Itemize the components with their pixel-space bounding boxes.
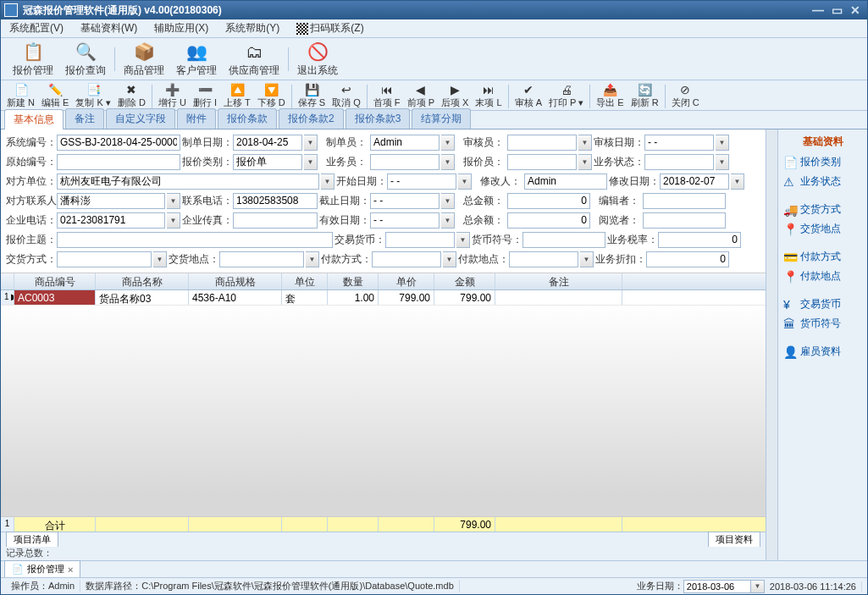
dd-validdate[interactable]: ▼ [441, 212, 455, 229]
side-item-4-0[interactable]: 👤雇员资料 [780, 342, 865, 361]
input-sysno[interactable] [57, 135, 180, 151]
action-复制[interactable]: 📑复制 K ▾ [73, 82, 113, 110]
tab-4[interactable]: 报价条款 [218, 108, 277, 129]
main-tb-0[interactable]: 📋报价管理 [8, 38, 58, 80]
action-删行[interactable]: ➖删行 I [191, 82, 219, 110]
main-tb-1[interactable]: 🔍报价查询 [60, 38, 111, 80]
dd-party[interactable]: ▼ [321, 174, 334, 190]
input-symbol[interactable] [522, 232, 605, 248]
input-currency[interactable] [385, 232, 455, 248]
action-导出[interactable]: 📤导出 E [594, 82, 626, 110]
input-createdate[interactable] [233, 135, 302, 151]
action-增行[interactable]: ➕增行 U [156, 82, 189, 110]
action-新建[interactable]: 📄新建 N [4, 82, 37, 110]
action-刷新[interactable]: 🔄刷新 R [628, 82, 661, 110]
table-row[interactable]: 1 ▶ AC0003 货品名称03 4536-A10 套 1.00 799.00… [1, 290, 766, 306]
col-remark[interactable]: 备注 [495, 273, 622, 289]
dd-paymethod[interactable]: ▼ [443, 251, 456, 267]
action-编辑[interactable]: ✏️编辑 E [39, 82, 71, 110]
cell-amount[interactable]: 799.00 [434, 290, 495, 305]
sb-bizdate-dd[interactable]: ▼ [751, 580, 765, 593]
input-payloc[interactable] [509, 251, 578, 267]
action-关闭[interactable]: ⊘关闭 C [669, 82, 702, 110]
input-auditdate[interactable] [644, 135, 714, 151]
tab-0[interactable]: 基本信息 [4, 109, 64, 129]
action-首项[interactable]: ⏮首项 F [371, 82, 403, 110]
col-code[interactable]: 商品编号 [14, 273, 96, 289]
main-tb-4[interactable]: 🗂供应商管理 [224, 38, 285, 80]
dd-modifydate[interactable]: ▼ [731, 174, 744, 190]
bottom-tab-left[interactable]: 项目清单 [6, 532, 58, 548]
cell-unit[interactable]: 套 [282, 290, 328, 305]
action-前项[interactable]: ◀前项 P [405, 82, 437, 110]
dd-createdate[interactable]: ▼ [304, 135, 318, 151]
input-corpphone[interactable] [57, 212, 165, 229]
dd-contact[interactable]: ▼ [167, 193, 180, 209]
dd-auditor[interactable]: ▼ [578, 135, 592, 151]
input-delivery[interactable] [57, 251, 152, 267]
side-item-3-1[interactable]: 🏛货币符号 [780, 314, 865, 333]
dd-auditdate[interactable]: ▼ [716, 135, 729, 151]
cell-spec[interactable]: 4536-A10 [189, 290, 282, 305]
cell-remark[interactable] [495, 290, 622, 305]
dd-corpphone[interactable]: ▼ [167, 212, 180, 229]
input-viewer[interactable] [643, 212, 726, 229]
input-editor[interactable] [643, 193, 726, 209]
side-item-3-0[interactable]: ¥交易货币 [780, 295, 865, 314]
input-validdate[interactable] [370, 212, 440, 229]
main-tb-3[interactable]: 👥客户管理 [171, 38, 222, 80]
input-salesman[interactable] [370, 154, 440, 170]
input-modifier[interactable] [524, 174, 607, 190]
input-bizstate[interactable] [644, 154, 714, 170]
col-spec[interactable]: 商品规格 [189, 273, 282, 289]
dd-quoter[interactable]: ▼ [578, 154, 592, 170]
input-origno[interactable] [57, 154, 180, 170]
side-item-0-0[interactable]: 📄报价类别 [780, 152, 865, 172]
input-auditor[interactable] [507, 135, 577, 151]
side-scrollbar[interactable] [766, 129, 777, 560]
dd-currency[interactable]: ▼ [456, 232, 470, 248]
action-审核[interactable]: ✔审核 A [512, 82, 545, 110]
col-name[interactable]: 商品名称 [96, 273, 189, 289]
action-末项[interactable]: ⏭末项 L [473, 82, 504, 110]
input-quoter[interactable] [507, 154, 577, 170]
menu-basedata[interactable]: 基础资料(W) [75, 19, 142, 37]
input-creator[interactable] [370, 135, 440, 151]
main-tb-5[interactable]: 🚫退出系统 [292, 38, 343, 80]
action-保存[interactable]: 💾保存 S [296, 82, 328, 110]
col-unit[interactable]: 单位 [282, 273, 328, 289]
sb-bizdate-input[interactable] [683, 580, 751, 593]
doc-tab-close-icon[interactable]: × [68, 565, 73, 575]
cell-price[interactable]: 799.00 [379, 290, 434, 305]
cell-name[interactable]: 货品名称03 [96, 290, 189, 305]
dd-delivery[interactable]: ▼ [153, 251, 167, 267]
tab-5[interactable]: 报价条款2 [279, 108, 344, 129]
input-contact[interactable] [57, 193, 165, 209]
input-paymethod[interactable] [372, 251, 441, 267]
doc-tab-quote[interactable]: 📄 报价管理 × [4, 560, 80, 578]
action-打印[interactable]: 🖨打印 P ▾ [546, 82, 586, 110]
tab-7[interactable]: 结算分期 [412, 108, 471, 129]
input-subject[interactable] [57, 232, 333, 248]
action-删除[interactable]: ✖删除 D [115, 82, 148, 110]
side-item-2-1[interactable]: 📍付款地点 [780, 267, 865, 286]
dd-enddate[interactable]: ▼ [441, 193, 455, 209]
side-item-0-1[interactable]: ⚠业务状态 [780, 172, 865, 191]
input-startdate[interactable] [387, 174, 456, 190]
menu-help[interactable]: 系统帮助(Y) [220, 19, 285, 37]
bottom-tab-right[interactable]: 项目资料 [708, 532, 760, 548]
col-qty[interactable]: 数量 [328, 273, 379, 289]
dd-startdate[interactable]: ▼ [458, 174, 472, 190]
input-phone[interactable] [233, 193, 318, 209]
col-price[interactable]: 单价 [379, 273, 434, 289]
dd-deliveryloc[interactable]: ▼ [306, 251, 319, 267]
input-enddate[interactable] [370, 193, 440, 209]
col-amount[interactable]: 金额 [434, 273, 495, 289]
side-item-1-0[interactable]: 🚚交货方式 [780, 200, 865, 219]
tab-6[interactable]: 报价条款3 [346, 108, 411, 129]
dd-payloc[interactable]: ▼ [580, 251, 594, 267]
input-totalamt[interactable] [507, 193, 590, 209]
minimize-button[interactable]: — [810, 3, 827, 17]
menu-aux[interactable]: 辅助应用(X) [149, 19, 213, 37]
grid-body[interactable]: 1 ▶ AC0003 货品名称03 4536-A10 套 1.00 799.00… [1, 290, 766, 516]
